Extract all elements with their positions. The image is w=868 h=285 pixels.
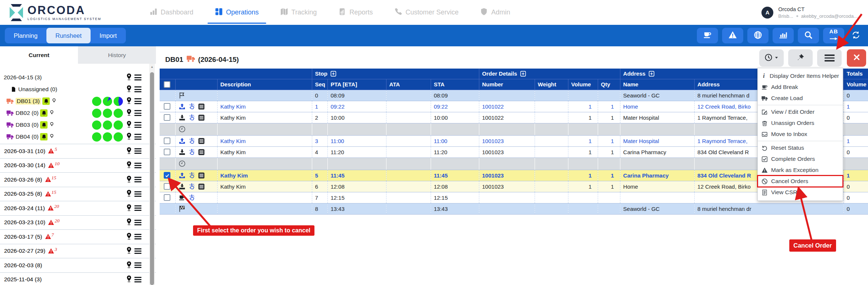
touch-hand-icon[interactable] — [188, 172, 195, 179]
menu-item-move-to-inbox[interactable]: Move to Inbox — [758, 129, 843, 140]
row-checkbox[interactable] — [164, 103, 170, 110]
tab-import[interactable]: Import — [91, 28, 126, 43]
row-menu-icon[interactable] — [134, 247, 142, 255]
menu-item-create-load[interactable]: Create Load — [758, 93, 843, 104]
expand-columns-icon[interactable] — [330, 71, 336, 77]
row-menu-icon[interactable] — [134, 190, 142, 198]
menu-item-add-break[interactable]: Add Break — [758, 82, 843, 93]
close-runsheet-button[interactable] — [847, 49, 866, 67]
row-menu-icon[interactable] — [134, 233, 142, 241]
sidebar-vehicle-row[interactable]: DB03 (0) — [0, 119, 156, 131]
row-menu-icon[interactable] — [134, 85, 142, 93]
map-pin-icon[interactable] — [126, 189, 132, 198]
row-menu-icon[interactable] — [134, 161, 142, 169]
refresh-button[interactable] — [848, 28, 863, 43]
map-pin-icon[interactable] — [126, 120, 132, 129]
order-items-icon[interactable] — [198, 137, 205, 145]
touch-hand-icon[interactable] — [188, 137, 195, 145]
nav-operations[interactable]: Operations — [215, 0, 259, 25]
tab-history[interactable]: History — [78, 46, 156, 64]
map-view-button[interactable] — [747, 28, 769, 43]
sidebar-date-row[interactable]: 2026-03-26 (8)15 — [0, 172, 156, 187]
time-filter-button[interactable] — [759, 49, 784, 67]
map-pin-icon[interactable] — [126, 109, 132, 117]
menu-item-cancel-orders[interactable]: Cancel Orders — [758, 176, 843, 187]
menu-item-view-edit-order[interactable]: View / Edit Order — [758, 106, 843, 117]
map-pin-icon[interactable] — [126, 218, 132, 227]
runsheet-menu-button[interactable] — [817, 49, 842, 67]
rename-button[interactable]: AB — [823, 28, 844, 43]
row-menu-icon[interactable] — [134, 97, 142, 105]
expand-columns-icon[interactable] — [520, 71, 526, 77]
map-pin-icon[interactable] — [126, 85, 132, 94]
nav-admin[interactable]: Admin — [480, 0, 510, 25]
menu-item-mark-as-exception[interactable]: Mark as Exception — [758, 165, 843, 176]
bell-icon[interactable] — [40, 133, 48, 140]
row-menu-icon[interactable] — [134, 133, 142, 141]
row-menu-icon[interactable] — [134, 147, 142, 155]
row-checkbox[interactable] — [164, 149, 170, 155]
sidebar-date-row[interactable]: 2026-03-30 (14)10 — [0, 158, 156, 173]
lightbulb-icon[interactable] — [49, 121, 54, 129]
nav-tracking[interactable]: Tracking — [280, 0, 317, 25]
row-checkbox[interactable] — [164, 137, 170, 144]
map-pin-icon[interactable] — [126, 147, 132, 156]
lightbulb-icon[interactable] — [49, 109, 54, 117]
tab-runsheet[interactable]: Runsheet — [46, 28, 91, 43]
menu-item-view-csr[interactable]: View CSR — [758, 187, 843, 198]
bell-icon[interactable] — [40, 121, 48, 129]
sidebar-vehicle-row[interactable]: DB04 (0) — [0, 131, 156, 143]
order-items-icon[interactable] — [198, 183, 205, 190]
add-break-button[interactable] — [697, 28, 718, 43]
menu-item-reset-status[interactable]: Reset Status — [758, 142, 843, 153]
lightbulb-icon[interactable] — [52, 97, 56, 105]
row-menu-icon[interactable] — [134, 73, 142, 82]
map-pin-icon[interactable] — [126, 246, 132, 255]
sidebar-date-row[interactable]: 2026-03-17 (5)7 — [0, 229, 156, 244]
row-checkbox[interactable] — [164, 114, 170, 121]
map-pin-icon[interactable] — [126, 161, 132, 170]
sidebar-scrollbar[interactable]: ▲ — [149, 64, 155, 285]
sidebar-date-row[interactable]: 2025-11-04 (3) — [0, 272, 156, 285]
user-box[interactable]: A Orcoda CT Brisb... akebby_orcoda@orcod… — [761, 6, 859, 19]
row-menu-icon[interactable] — [134, 204, 142, 212]
menu-item-unassign-orders[interactable]: Unassign Orders — [758, 117, 843, 129]
sidebar-unassigned-row[interactable]: Unassigned (0) — [0, 83, 156, 95]
lightbulb-icon[interactable] — [49, 133, 54, 141]
sidebar-date-row[interactable]: 2026-03-24 (11)20 — [0, 201, 156, 215]
order-items-icon[interactable] — [198, 149, 205, 156]
map-pin-icon[interactable] — [126, 261, 132, 270]
touch-hand-icon[interactable] — [188, 114, 195, 121]
sidebar-date-row[interactable]: 2026-03-25 (8)15 — [0, 187, 156, 201]
row-menu-icon[interactable] — [134, 261, 142, 269]
order-items-icon[interactable] — [198, 103, 205, 110]
map-pin-icon[interactable] — [126, 175, 132, 184]
map-pin-icon[interactable] — [126, 132, 132, 141]
map-pin-icon[interactable] — [126, 97, 132, 106]
runsheet-row-seq-8[interactable]: 813:4313:43Seaworld - GC8 muriel henchma… — [160, 203, 868, 214]
sidebar-vehicle-row[interactable]: DB02 (0) — [0, 107, 156, 119]
order-items-icon[interactable] — [198, 114, 205, 121]
scrollbar-thumb[interactable] — [150, 72, 154, 285]
touch-hand-icon[interactable] — [188, 149, 195, 156]
sidebar-date-row[interactable]: 2026-03-23 (10)20 — [0, 215, 156, 230]
pin-button[interactable] — [788, 49, 813, 67]
sidebar-date-group[interactable]: 2026-04-15 (3) — [0, 72, 156, 83]
select-all-checkbox[interactable] — [164, 81, 170, 88]
row-menu-icon[interactable] — [134, 109, 142, 117]
row-menu-icon[interactable] — [134, 176, 142, 184]
scroll-up-icon[interactable]: ▲ — [149, 65, 155, 69]
map-pin-icon[interactable] — [126, 275, 132, 284]
map-pin-icon[interactable] — [126, 232, 132, 241]
row-checkbox-checked[interactable] — [164, 172, 170, 179]
row-checkbox[interactable] — [164, 194, 170, 201]
bell-icon[interactable] — [42, 97, 50, 105]
touch-hand-icon[interactable] — [188, 103, 195, 110]
touch-hand-icon[interactable] — [188, 194, 195, 201]
nav-dashboard[interactable]: Dashboard — [150, 0, 193, 25]
row-menu-icon[interactable] — [134, 275, 142, 284]
order-items-icon[interactable] — [198, 172, 205, 179]
menu-item-display-order-items-helper[interactable]: iDisplay Order Items Helper — [758, 70, 843, 82]
sidebar-date-row[interactable]: 2026-02-27 (29)3 — [0, 244, 156, 258]
sidebar-vehicle-row[interactable]: DB01 (3) — [0, 95, 156, 107]
